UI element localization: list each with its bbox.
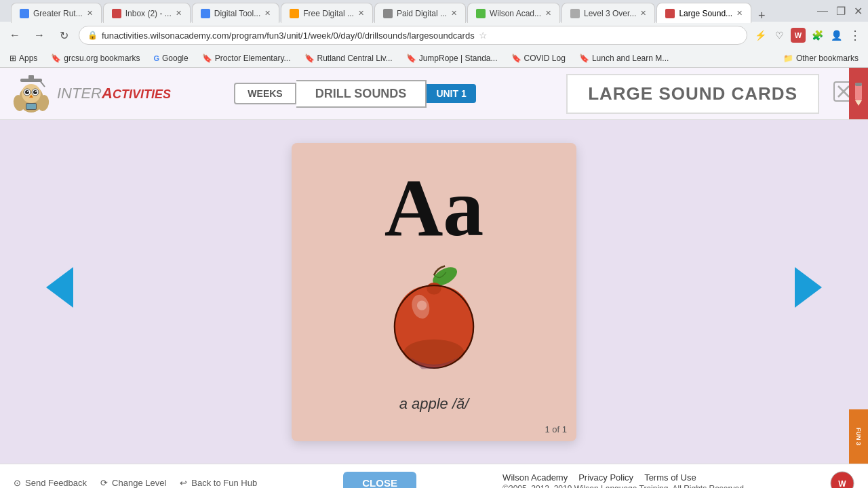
bm-grcsu-label: grcsu.org bookmarks: [64, 54, 140, 63]
tab-close-6[interactable]: ✕: [545, 9, 551, 18]
wilson-logo-area: W: [830, 471, 854, 489]
large-sound-cards-box[interactable]: LARGE SOUND CARDS: [566, 74, 819, 114]
tab-7[interactable]: Level 3 Over... ✕: [561, 3, 655, 23]
close-window-button[interactable]: ✕: [854, 5, 863, 18]
svg-rect-21: [855, 83, 862, 86]
close-button[interactable]: CLOSE: [343, 472, 416, 488]
tab-close-4[interactable]: ✕: [358, 9, 364, 18]
window-controls: — ❐ ✕: [817, 5, 863, 18]
forward-button[interactable]: →: [30, 26, 49, 45]
tab-2[interactable]: Inbox (2) - ... ✕: [103, 3, 191, 23]
back-to-hub-button[interactable]: ↩ Back to Fun Hub: [180, 478, 257, 488]
wilson-academy-link[interactable]: Wilson Academy: [502, 472, 568, 483]
weeks-button[interactable]: WEEKS: [234, 83, 296, 104]
browser-chrome: Greater Rut... ✕ Inbox (2) - ... ✕ Digit…: [0, 0, 868, 68]
tab-8[interactable]: Large Sound... ✕: [656, 3, 751, 23]
tab-label-7: Level 3 Over...: [584, 9, 636, 18]
tab-4[interactable]: Free Digital ... ✕: [281, 3, 373, 23]
bm-jumprope[interactable]: 🔖 JumpRope | Standa...: [402, 52, 502, 64]
svg-rect-15: [26, 104, 36, 109]
change-level-button[interactable]: ⟳ Change Level: [100, 478, 166, 488]
tab-favicon-6: [476, 9, 486, 18]
tab-close-7[interactable]: ✕: [640, 9, 646, 18]
right-arrow-icon: [789, 264, 827, 311]
feedback-icon: ⊙: [14, 478, 21, 488]
tab-label-3: Digital Tool...: [214, 9, 260, 18]
address-bar[interactable]: 🔒 funactivities.wilsonacademy.com/progra…: [79, 26, 747, 45]
lock-icon: 🔒: [87, 30, 98, 40]
new-tab-button[interactable]: +: [753, 9, 771, 23]
terms-of-use-link[interactable]: Terms of Use: [644, 472, 696, 483]
bm-google[interactable]: G Google: [149, 52, 192, 64]
drill-sounds-button[interactable]: DRILL SOUNDS: [296, 80, 427, 108]
wilson-logo-icon: W: [830, 471, 854, 489]
unit-badge: UNIT 1: [427, 84, 475, 103]
minimize-button[interactable]: —: [817, 5, 828, 18]
bm-proctor[interactable]: 🔖 Proctor Elementary...: [198, 52, 295, 64]
send-feedback-button[interactable]: ⊙ Send Feedback: [14, 478, 87, 488]
sound-card: Aa: [292, 143, 576, 441]
tab-favicon-1: [20, 9, 29, 18]
footer-left: ⊙ Send Feedback ⟳ Change Level ↩ Back to…: [14, 478, 257, 488]
toolbar-icon-2[interactable]: ♡: [772, 28, 787, 43]
apple-svg: [373, 263, 495, 378]
tab-favicon-5: [383, 9, 393, 18]
back-to-hub-label: Back to Fun Hub: [191, 478, 257, 488]
reload-button[interactable]: ↻: [54, 26, 73, 45]
left-arrow-icon: [41, 264, 79, 311]
owl-mascot: [11, 73, 52, 114]
bm-grcsu-icon: 🔖: [51, 54, 61, 63]
tab-close-3[interactable]: ✕: [264, 9, 271, 18]
bm-other-icon: 📁: [783, 54, 793, 63]
bm-other[interactable]: 📁 Other bookmarks: [779, 52, 863, 64]
toolbar-icon-4[interactable]: 🧩: [810, 28, 825, 43]
bm-lunch-label: Lunch and Learn M...: [592, 54, 669, 63]
bm-apps-icon: ⊞: [9, 54, 16, 63]
tab-close-2[interactable]: ✕: [176, 9, 182, 18]
toolbar-icon-3[interactable]: W: [791, 28, 806, 43]
owl-svg: [11, 73, 52, 114]
footer: ⊙ Send Feedback ⟳ Change Level ↩ Back to…: [0, 464, 868, 488]
tab-1[interactable]: Greater Rut... ✕: [11, 3, 102, 23]
next-card-button[interactable]: [789, 264, 827, 321]
back-button[interactable]: ←: [5, 26, 24, 45]
bm-grcsu[interactable]: 🔖 grcsu.org bookmarks: [47, 52, 144, 64]
tab-3[interactable]: Digital Tool... ✕: [192, 3, 279, 23]
footer-links: Wilson Academy Privacy Policy Terms of U…: [502, 472, 744, 483]
logo-act: A: [102, 85, 113, 102]
tab-close-8[interactable]: ✕: [736, 9, 743, 18]
prev-card-button[interactable]: [41, 264, 79, 321]
toolbar-icon-5[interactable]: 👤: [829, 28, 844, 43]
privacy-policy-link[interactable]: Privacy Policy: [578, 472, 633, 483]
bookmarks-bar: ⊞ Apps 🔖 grcsu.org bookmarks G Google 🔖 …: [0, 49, 868, 68]
bm-covid[interactable]: 🔖 COVID Log: [507, 52, 570, 64]
tab-label-6: Wilson Acad...: [490, 9, 541, 18]
maximize-button[interactable]: ❐: [836, 5, 846, 18]
svg-point-10: [35, 91, 37, 92]
bookmark-star-icon[interactable]: ☆: [479, 30, 488, 41]
logo-area: INTERACTIVITIES: [11, 73, 171, 114]
svg-marker-32: [795, 267, 822, 308]
tab-close-1[interactable]: ✕: [87, 9, 93, 18]
card-counter: 1 of 1: [545, 424, 567, 434]
menu-icon[interactable]: ⋮: [848, 28, 863, 43]
bm-covid-icon: 🔖: [511, 54, 521, 63]
svg-point-30: [417, 300, 427, 310]
tab-favicon-3: [201, 9, 210, 18]
tab-close-5[interactable]: ✕: [451, 9, 457, 18]
tab-5[interactable]: Paid Digital ... ✕: [374, 3, 466, 23]
fun3-badge: FUN 3: [849, 409, 868, 464]
back-icon: ↩: [180, 478, 187, 488]
pencil-icon: [852, 81, 865, 106]
bm-lunch[interactable]: 🔖 Lunch and Learn M...: [575, 52, 673, 64]
bm-apps[interactable]: ⊞ Apps: [5, 52, 41, 64]
tab-6[interactable]: Wilson Acad... ✕: [467, 3, 560, 23]
svg-rect-1: [28, 75, 34, 79]
svg-point-27: [427, 282, 441, 294]
toolbar-icon-1[interactable]: ⚡: [753, 28, 768, 43]
logo-text: INTERACTIVITIES: [57, 85, 171, 102]
bm-rutland[interactable]: 🔖 Rutland Central Liv...: [300, 52, 397, 64]
svg-text:W: W: [838, 479, 846, 489]
page-content: INTERACTIVITIES WEEKS DRILL SOUNDS UNIT …: [0, 68, 868, 464]
card-letter: Aa: [384, 163, 484, 253]
